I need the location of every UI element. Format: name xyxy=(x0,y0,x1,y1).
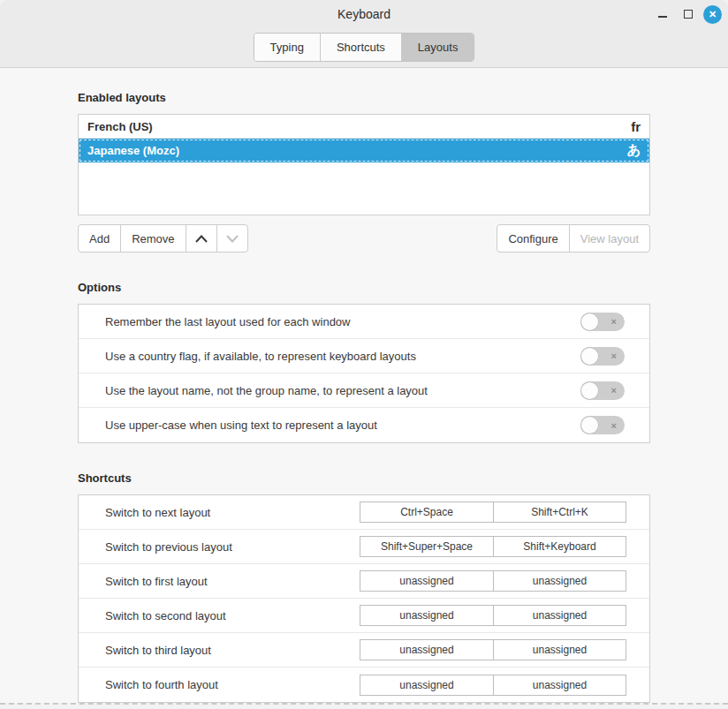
enabled-layouts-heading: Enabled layouts xyxy=(78,91,650,104)
keybinding-group: unassigned unassigned xyxy=(360,639,626,660)
minimize-button[interactable] xyxy=(652,4,673,25)
move-layout-up-button[interactable] xyxy=(186,224,217,253)
tab-typing[interactable]: Typing xyxy=(254,34,321,61)
toggle-knob xyxy=(580,313,599,331)
option-row: Use a country flag, if available, to rep… xyxy=(79,339,649,373)
titlebar: Keyboard ✕ xyxy=(0,0,728,28)
maximize-icon xyxy=(684,10,693,19)
toggle-off-x-icon: × xyxy=(611,317,617,327)
tab-layouts[interactable]: Layouts xyxy=(402,34,474,61)
option-label: Use upper-case when using text to repres… xyxy=(105,419,377,432)
layout-list-actions: Add Remove Configure View layout xyxy=(78,224,650,253)
toggle-switch-off[interactable]: × xyxy=(580,313,625,331)
option-row: Remember the last layout used for each w… xyxy=(79,305,649,339)
option-label: Use the layout name, not the group name,… xyxy=(105,384,428,397)
shortcut-row: Switch to second layout unassigned unass… xyxy=(79,599,649,633)
toggle-knob xyxy=(580,416,599,434)
layout-config-button-group: Configure View layout xyxy=(497,224,650,253)
toggle-knob xyxy=(580,347,599,366)
keybinding-group: unassigned unassigned xyxy=(360,675,626,696)
keybinding-button-primary[interactable]: unassigned xyxy=(360,640,493,660)
add-layout-button[interactable]: Add xyxy=(78,224,121,253)
layout-indicator-glyph: あ xyxy=(627,142,641,159)
toggle-off-x-icon: × xyxy=(611,351,617,361)
keybinding-button-secondary[interactable]: unassigned xyxy=(493,640,626,660)
toggle-switch-off[interactable]: × xyxy=(580,347,625,366)
keybinding-button-primary[interactable]: unassigned xyxy=(360,675,493,695)
keybinding-group: Ctrl+Space Shift+Ctrl+K xyxy=(360,502,626,523)
maximize-button[interactable] xyxy=(678,4,699,25)
keybinding-button-secondary[interactable]: unassigned xyxy=(493,606,626,625)
keyboard-settings-window: Keyboard ✕ Typing Shortcuts Layouts xyxy=(0,0,728,709)
keybinding-button-primary[interactable]: Shift+Super+Space xyxy=(360,537,493,556)
shortcut-label: Switch to third layout xyxy=(105,644,211,657)
shortcut-row: Switch to fourth layout unassigned unass… xyxy=(79,668,649,702)
close-icon: ✕ xyxy=(709,10,717,19)
window-header: Keyboard ✕ Typing Shortcuts Layouts xyxy=(0,0,728,68)
toggle-off-x-icon: × xyxy=(611,386,617,396)
shortcut-row: Switch to first layout unassigned unassi… xyxy=(79,564,649,599)
shortcuts-section: Shortcuts Switch to next layout Ctrl+Spa… xyxy=(78,471,650,703)
shortcut-row: Switch to previous layout Shift+Super+Sp… xyxy=(79,530,649,564)
keybinding-button-secondary[interactable]: Shift+Ctrl+K xyxy=(493,502,626,522)
layout-list-item[interactable]: Japanese (Mozc) あ xyxy=(79,139,649,162)
layout-name: French (US) xyxy=(87,120,153,133)
shortcuts-heading: Shortcuts xyxy=(78,471,650,485)
keybinding-group: unassigned unassigned xyxy=(360,570,626,592)
options-box: Remember the last layout used for each w… xyxy=(78,304,650,443)
layout-list-item[interactable]: French (US) fr xyxy=(79,115,649,139)
option-label: Remember the last layout used for each w… xyxy=(105,315,350,328)
tab-bar: Typing Shortcuts Layouts xyxy=(0,28,728,67)
keybinding-group: unassigned unassigned xyxy=(360,605,626,626)
close-button[interactable]: ✕ xyxy=(703,5,722,24)
minimize-icon xyxy=(658,16,667,18)
keybinding-button-primary[interactable]: unassigned xyxy=(360,606,493,625)
configure-layout-button[interactable]: Configure xyxy=(497,224,569,253)
chevron-down-icon xyxy=(226,235,239,243)
toggle-off-x-icon: × xyxy=(611,420,617,430)
keybinding-button-primary[interactable]: unassigned xyxy=(360,571,493,591)
toggle-knob xyxy=(580,381,599,400)
keybinding-button-secondary[interactable]: unassigned xyxy=(493,675,626,695)
tab-shortcuts[interactable]: Shortcuts xyxy=(321,34,402,61)
remove-layout-button[interactable]: Remove xyxy=(120,224,186,253)
keybinding-group: Shift+Super+Space Shift+Keyboard xyxy=(360,536,626,557)
shortcut-row: Switch to next layout Ctrl+Space Shift+C… xyxy=(79,495,649,530)
enabled-layouts-section: Enabled layouts French (US) fr Japanese … xyxy=(78,91,650,253)
shortcut-row: Switch to third layout unassigned unassi… xyxy=(79,633,649,668)
options-heading: Options xyxy=(78,281,650,294)
toggle-switch-off[interactable]: × xyxy=(580,381,625,400)
tab-group: Typing Shortcuts Layouts xyxy=(254,33,475,62)
shortcut-label: Switch to fourth layout xyxy=(105,678,218,691)
shortcut-label: Switch to previous layout xyxy=(105,540,232,554)
chevron-up-icon xyxy=(195,235,208,243)
layout-indicator-glyph: fr xyxy=(631,119,641,134)
shortcut-label: Switch to first layout xyxy=(105,575,208,588)
shortcut-label: Switch to next layout xyxy=(105,506,210,519)
window-bottom-edge xyxy=(0,703,728,709)
layout-name: Japanese (Mozc) xyxy=(87,144,179,157)
window-title: Keyboard xyxy=(337,7,391,21)
toggle-switch-off[interactable]: × xyxy=(580,416,625,434)
window-controls: ✕ xyxy=(652,0,722,28)
keybinding-button-secondary[interactable]: unassigned xyxy=(493,571,626,591)
keybinding-button-primary[interactable]: Ctrl+Space xyxy=(360,502,493,522)
list-edit-button-group: Add Remove xyxy=(78,224,248,253)
shortcut-label: Switch to second layout xyxy=(105,609,226,622)
view-layout-button: View layout xyxy=(569,224,650,253)
keybinding-button-secondary[interactable]: Shift+Keyboard xyxy=(493,537,626,556)
layout-list: French (US) fr Japanese (Mozc) あ xyxy=(78,114,650,215)
shortcuts-box: Switch to next layout Ctrl+Space Shift+C… xyxy=(78,494,650,703)
move-layout-down-button xyxy=(216,224,248,253)
option-label: Use a country flag, if available, to rep… xyxy=(105,350,416,363)
option-row: Use the layout name, not the group name,… xyxy=(79,373,649,408)
options-section: Options Remember the last layout used fo… xyxy=(78,281,650,443)
option-row: Use upper-case when using text to repres… xyxy=(79,408,649,442)
layouts-page: Enabled layouts French (US) fr Japanese … xyxy=(0,68,728,703)
